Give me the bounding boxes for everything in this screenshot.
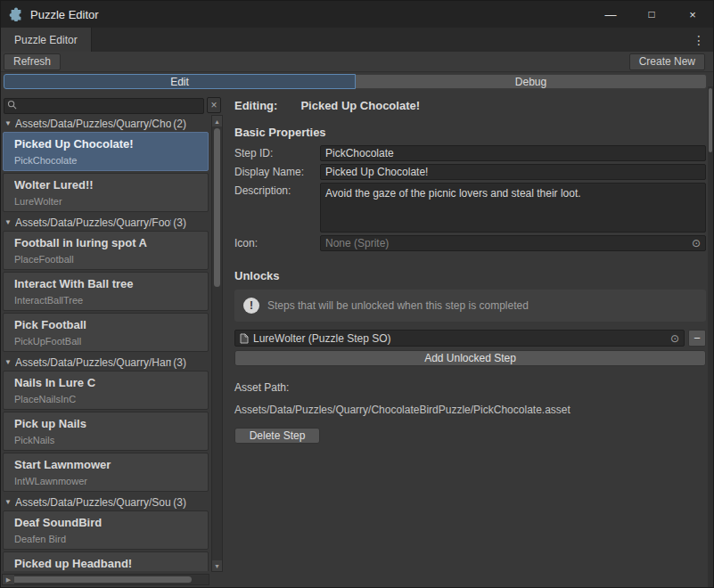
step-title: Start Lawnmower	[14, 458, 202, 471]
group-count: (3)	[173, 356, 186, 369]
group-count: (2)	[173, 118, 186, 130]
tree-item[interactable]: Pick Football PickUpFootBall	[3, 313, 209, 352]
asset-path-label: Asset Path:	[234, 381, 706, 394]
window-vertical-scrollbar[interactable]	[708, 86, 713, 587]
vertical-scroll-thumb[interactable]	[214, 128, 220, 287]
display-name-input[interactable]	[320, 164, 706, 180]
step-id: PickNails	[14, 435, 202, 445]
object-picker-icon[interactable]: ⊙	[692, 238, 701, 249]
step-id: PickChocolate	[14, 155, 202, 166]
tree-group-header[interactable]: ▼ Assets/Data/Puzzles/Quarry/FootballBir…	[1, 214, 209, 231]
step-id: PlaceFootball	[14, 254, 202, 265]
basic-properties-title: Basic Properties	[234, 126, 706, 139]
create-new-button[interactable]: Create New	[629, 53, 705, 70]
description-row: Description: Avoid the gaze of the picni…	[234, 183, 706, 233]
chevron-down-icon: ▼	[4, 119, 12, 127]
close-icon[interactable]: ×	[672, 1, 713, 28]
tree-item[interactable]: Pick up Nails PickNails	[3, 412, 209, 451]
unlocks-help-text: Steps that will be unlocked when this st…	[267, 299, 529, 312]
horizontal-scroll-thumb[interactable]	[4, 576, 192, 583]
icon-row: Icon: None (Sprite) ⊙	[234, 235, 706, 251]
step-id-row: Step ID:	[234, 145, 706, 161]
basic-properties-fields: Step ID: Display Name: Description: Avoi…	[234, 145, 706, 251]
step-title: Wolter Lured!!	[14, 178, 202, 192]
description-input[interactable]: Avoid the gaze of the picnic lovers and …	[320, 183, 706, 233]
step-id: InteractBallTree	[14, 295, 202, 306]
step-id-input[interactable]	[320, 145, 706, 161]
tab-debug[interactable]: Debug	[356, 74, 707, 89]
step-title: Interact With Ball tree	[14, 277, 202, 290]
tree-group-header[interactable]: ▼ Assets/Data/Puzzles/Quarry/ChocolateBi…	[1, 115, 209, 132]
step-title: Picked Up Chocolate!	[14, 137, 202, 151]
search-clear-icon[interactable]: ×	[207, 97, 221, 113]
group-label: Assets/Data/Puzzles/Quarry/SoundBirdPuzz…	[15, 496, 171, 509]
mode-tabs: Edit Debug	[4, 74, 707, 89]
step-title: Pick Football	[14, 318, 202, 331]
tree-item[interactable]: Wolter Lured!! LureWolter	[3, 173, 209, 212]
search-input[interactable]	[4, 98, 204, 114]
asset-path-value: Assets/Data/Puzzles/Quarry/ChocolateBird…	[234, 404, 706, 416]
tree-item[interactable]: Football in luring spot A PlaceFootball	[3, 231, 209, 270]
tree-item[interactable]: Picked up Headband!	[3, 551, 209, 571]
scroll-down-icon[interactable]: ▼	[212, 560, 222, 571]
maximize-icon[interactable]: □	[631, 1, 672, 28]
sidebar: × ▼ Assets/Data/Puzzles/Quarry/Chocolate…	[1, 90, 224, 587]
step-title: Picked up Headband!	[14, 557, 202, 570]
object-picker-icon[interactable]: ⊙	[670, 333, 679, 344]
tab-puzzle-editor[interactable]: Puzzle Editor	[1, 28, 92, 52]
delete-step-button[interactable]: Delete Step	[234, 428, 320, 444]
info-icon: !	[243, 298, 259, 314]
tree-item[interactable]: Nails In Lure C PlaceNailsInC	[3, 371, 209, 410]
editing-header: Editing: Picked Up Chocolate!	[234, 99, 706, 112]
step-tree: ▼ Assets/Data/Puzzles/Quarry/ChocolateBi…	[1, 115, 209, 571]
icon-object-value: None (Sprite)	[325, 237, 389, 249]
display-name-label: Display Name:	[234, 164, 320, 178]
tree-horizontal-scrollbar[interactable]: ▶	[2, 574, 209, 585]
tab-edit[interactable]: Edit	[4, 74, 356, 89]
group-label: Assets/Data/Puzzles/Quarry/HammerBirdPuz…	[15, 356, 171, 369]
unlocked-step-object-field[interactable]: LureWolter (Puzzle Step SO) ⊙	[234, 330, 685, 347]
search-box	[4, 97, 204, 113]
unlocked-step-label: LureWolter (Puzzle Step SO)	[253, 332, 391, 345]
window-scroll-thumb[interactable]	[709, 88, 712, 152]
tab-bar: Puzzle Editor ⋮	[1, 28, 713, 52]
refresh-button[interactable]: Refresh	[4, 53, 61, 70]
window-title: Puzzle Editor	[30, 8, 99, 21]
tree-group-header[interactable]: ▼ Assets/Data/Puzzles/Quarry/HammerBirdP…	[1, 354, 209, 371]
search-icon	[7, 100, 17, 110]
tree-item[interactable]: Start Lawnmower IntWLawnmower	[3, 453, 209, 492]
tree-vertical-scrollbar[interactable]: ▲ ▼	[211, 115, 223, 572]
scroll-up-icon[interactable]: ▲	[212, 116, 222, 127]
step-title: Football in luring spot A	[14, 236, 202, 249]
chevron-down-icon: ▼	[4, 358, 12, 366]
unlocked-step-row: LureWolter (Puzzle Step SO) ⊙ −	[234, 330, 706, 347]
step-title: Nails In Lure C	[14, 376, 202, 389]
description-label: Description:	[234, 183, 320, 197]
tree-item[interactable]: Deaf SoundBird Deafen Bird	[3, 510, 209, 550]
step-id: IntWLawnmower	[14, 476, 202, 486]
tree-group-header[interactable]: ▼ Assets/Data/Puzzles/Quarry/SoundBirdPu…	[1, 494, 209, 510]
search-row: ×	[4, 97, 221, 113]
tree-item[interactable]: Picked Up Chocolate! PickChocolate	[3, 132, 209, 171]
puzzle-editor-window: Puzzle Editor — □ × Puzzle Editor ⋮ Refr…	[0, 0, 714, 588]
step-editor-panel: Editing: Picked Up Chocolate! Basic Prop…	[226, 90, 706, 587]
step-id: PlaceNailsInC	[14, 394, 202, 404]
step-id: LureWolter	[14, 196, 202, 207]
display-name-row: Display Name:	[234, 164, 706, 180]
step-title: Pick up Nails	[14, 417, 202, 430]
unlocks-help-box: ! Steps that will be unlocked when this …	[234, 290, 706, 322]
group-label: Assets/Data/Puzzles/Quarry/ChocolateBird…	[15, 118, 171, 130]
tree-item[interactable]: Interact With Ball tree InteractBallTree	[3, 272, 209, 311]
window-controls: — □ ×	[590, 1, 713, 28]
toolbar: Refresh Create New	[1, 52, 713, 72]
kebab-menu-icon[interactable]: ⋮	[685, 28, 713, 52]
add-unlocked-step-button[interactable]: Add Unlocked Step	[234, 350, 706, 366]
step-id: PickUpFootBall	[14, 336, 202, 347]
editing-label: Editing:	[234, 99, 277, 112]
icon-object-field[interactable]: None (Sprite) ⊙	[320, 235, 706, 251]
group-count: (3)	[173, 216, 186, 229]
remove-step-button[interactable]: −	[688, 330, 706, 347]
minimize-icon[interactable]: —	[590, 1, 631, 28]
step-title: Deaf SoundBird	[14, 516, 202, 529]
scroll-right-icon[interactable]: ▶	[3, 575, 14, 584]
